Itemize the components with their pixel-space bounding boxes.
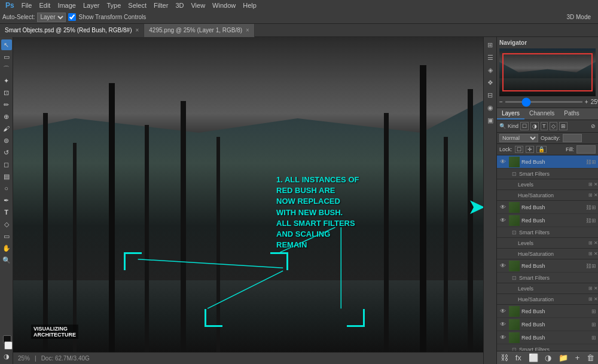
background-color[interactable] (4, 341, 13, 350)
layer-sub-levels-1[interactable]: Levels ⊞ ✕ (497, 179, 598, 190)
eyedropper-tool[interactable]: ✏ (1, 99, 12, 110)
text-tool[interactable]: T (1, 207, 12, 218)
brush-tool[interactable]: 🖌 (1, 123, 12, 134)
dodge-tool[interactable]: ○ (1, 183, 12, 194)
layer-adjustment-button[interactable]: ◑ (545, 353, 551, 362)
history-tool[interactable]: ↺ (1, 147, 12, 158)
mini-icon-3[interactable]: ◈ (485, 65, 496, 75)
layer-settings-icon-5[interactable]: ⊞ (591, 308, 596, 314)
menu-select[interactable]: Select (125, 2, 150, 9)
clone-tool[interactable]: ⊚ (1, 135, 12, 146)
nav-zoom-in-icon[interactable]: + (585, 99, 588, 105)
pixel-filter[interactable]: ☐ (520, 122, 529, 130)
layer-effects-button[interactable]: fx (515, 353, 521, 362)
tab-smart-objects[interactable]: Smart Objects.psd @ 25% (Red Bush, RGB/8… (0, 24, 144, 37)
type-filter[interactable]: T (541, 122, 548, 130)
layer-visibility-5[interactable]: 👁 (499, 308, 507, 314)
layer-delete-button[interactable]: 🗑 (587, 353, 594, 362)
layer-sub-levels-4[interactable]: Levels ⊞ ✕ (497, 283, 598, 294)
menu-file[interactable]: File (19, 2, 35, 9)
layer-settings-icon-2[interactable]: ⊞ (591, 204, 596, 210)
layers-tab-channels[interactable]: Channels (524, 108, 559, 120)
layer-group-button[interactable]: 📁 (559, 353, 568, 362)
layer-visibility-7[interactable]: 👁 (499, 334, 507, 341)
autoselect-dropdown[interactable]: Layer (37, 13, 66, 22)
smart-filter[interactable]: ⊞ (559, 122, 568, 130)
layer-sub-hue-3[interactable]: Hue/Saturation ⊞ ✕ (497, 249, 598, 259)
mini-icon-2[interactable]: ☰ (485, 52, 496, 63)
eraser-tool[interactable]: ◻ (1, 159, 12, 170)
layer-new-button[interactable]: + (575, 353, 580, 362)
crop-tool[interactable]: ⊡ (1, 87, 12, 98)
nav-zoom-out-icon[interactable]: − (499, 99, 503, 105)
layer-sub-hue-4[interactable]: Hue/Saturation ⊞ ✕ (497, 294, 598, 305)
layer-settings-icon-6[interactable]: ⊞ (591, 322, 596, 328)
layer-sub-smart-filters-1[interactable]: ⊡ Smart Filters (497, 169, 598, 179)
mask-mode[interactable]: ◑ (1, 351, 12, 362)
filter-toggle[interactable]: ⊘ (591, 123, 596, 129)
layer-sub-smart-filters-3[interactable]: ⊡ Smart Filters (497, 227, 598, 238)
pen-tool[interactable]: ✒ (1, 195, 12, 206)
lock-all-icon[interactable]: 🔒 (536, 146, 547, 153)
magic-wand-tool[interactable]: ✦ (1, 75, 12, 86)
layer-red-bush-3[interactable]: 👁 Red Bush ⛓ ⊞ (497, 214, 598, 227)
mini-icon-7[interactable]: ▣ (485, 115, 496, 126)
menu-view[interactable]: View (188, 2, 208, 9)
layer-red-bush-6[interactable]: 👁 Red Bush ⊞ (497, 318, 598, 331)
layer-settings-icon-1[interactable]: ⊞ (591, 159, 596, 165)
mini-icon-1[interactable]: ⊞ (485, 39, 496, 50)
menu-help[interactable]: Help (240, 2, 260, 9)
lock-pixel-icon[interactable]: ☐ (515, 146, 523, 153)
tab-close-smart-objects[interactable]: × (135, 27, 139, 33)
layer-visibility-3[interactable]: 👁 (499, 217, 507, 224)
layer-settings-icon-3[interactable]: ⊞ (591, 218, 596, 224)
lasso-tool[interactable]: ⌒ (1, 63, 12, 74)
opacity-input[interactable]: 100% (563, 134, 582, 142)
tab-close-4295[interactable]: × (246, 27, 249, 33)
mini-icon-5[interactable]: ⊟ (485, 90, 496, 100)
layer-red-bush-4[interactable]: 👁 Red Bush ⛓ ⊞ (497, 259, 598, 273)
mini-icon-4[interactable]: ❖ (485, 77, 496, 88)
layer-red-bush-7[interactable]: 👁 Red Bush ⊞ (497, 331, 598, 344)
layer-visibility-1[interactable]: 👁 (499, 158, 507, 165)
layer-settings-icon-7[interactable]: ⊞ (591, 335, 596, 341)
gradient-tool[interactable]: ▤ (1, 171, 12, 182)
shape-tool[interactable]: ▭ (1, 231, 12, 241)
fill-input[interactable]: 100% (576, 145, 596, 154)
tab-4295[interactable]: 4295.png @ 25% (Layer 1, RGB/8) × (144, 24, 255, 37)
layers-tab-paths[interactable]: Paths (559, 108, 584, 120)
blend-mode-dropdown[interactable]: Normal (499, 134, 538, 142)
layer-visibility-2[interactable]: 👁 (499, 204, 507, 210)
layer-sub-levels-3[interactable]: Levels ⊞ ✕ (497, 238, 598, 249)
layer-mask-button[interactable]: ⬜ (529, 353, 538, 362)
path-tool[interactable]: ◇ (1, 219, 12, 230)
mini-icon-6[interactable]: ◉ (485, 102, 496, 113)
layer-red-bush-5[interactable]: 👁 Red Bush ⊞ (497, 305, 598, 318)
move-tool[interactable]: ↖ (1, 39, 12, 50)
menu-filter[interactable]: Filter (151, 2, 171, 9)
menu-image[interactable]: Image (54, 2, 79, 9)
layer-red-bush-1[interactable]: 👁 Red Bush ⛓ ⊞ (497, 155, 598, 169)
adjust-filter[interactable]: ◑ (530, 122, 539, 130)
menu-layer[interactable]: Layer (80, 2, 103, 9)
menu-3d[interactable]: 3D (172, 2, 187, 9)
layer-visibility-4[interactable]: 👁 (499, 262, 507, 269)
menu-type[interactable]: Type (104, 2, 124, 9)
healing-tool[interactable]: ⊕ (1, 111, 12, 122)
lock-position-icon[interactable]: ✛ (526, 146, 534, 153)
layer-sub-hue-1[interactable]: Hue/Saturation ⊞ ✕ (497, 190, 598, 201)
menu-edit[interactable]: Edit (36, 2, 53, 9)
zoom-tool[interactable]: 🔍 (1, 255, 12, 265)
canvas-area[interactable]: 1. ALL INSTANCES OF RED BUSH ARE NOW REP… (13, 37, 483, 364)
transform-checkbox[interactable] (68, 13, 76, 21)
layer-visibility-6[interactable]: 👁 (499, 321, 507, 328)
layer-sub-smart-filters-4[interactable]: ⊡ Smart Filters (497, 273, 598, 283)
layer-settings-icon-4[interactable]: ⊞ (591, 263, 596, 269)
shape-filter[interactable]: ◇ (550, 122, 557, 130)
layer-red-bush-2[interactable]: 👁 Red Bush ⛓ ⊞ (497, 201, 598, 214)
menu-window[interactable]: Window (209, 2, 239, 9)
layers-tab-layers[interactable]: Layers (497, 108, 524, 120)
hand-tool[interactable]: ✋ (1, 243, 12, 253)
marquee-tool[interactable]: ▭ (1, 51, 12, 62)
layer-link-button[interactable]: ⛓ (501, 353, 508, 362)
